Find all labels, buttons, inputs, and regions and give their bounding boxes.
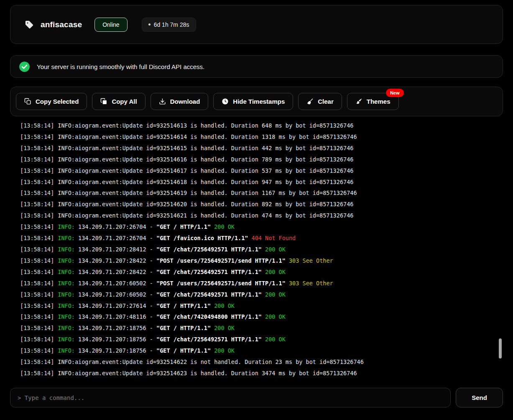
download-button[interactable]: Download xyxy=(151,93,209,110)
log-text: INFO:aiogram.event:Update id=932514622 i… xyxy=(58,359,364,365)
log-line[interactable]: [13:58:14]INFO:aiogram.event:Update id=9… xyxy=(20,120,497,131)
log-text: INFO:aiogram.event:Update id=932514616 i… xyxy=(58,156,353,163)
log-line[interactable]: [13:58:14]INFO: 134.209.71.207:26704 - "… xyxy=(20,233,497,244)
log-line[interactable]: [13:58:14]INFO:aiogram.event:Update id=9… xyxy=(20,131,497,143)
log-timestamp: [13:58:14] xyxy=(20,257,54,264)
log-text: "GET /chat/7256492571 HTTP/1.1" xyxy=(156,336,262,343)
log-text: "GET /chat/7256492571 HTTP/1.1" xyxy=(156,269,262,275)
log-timestamp: [13:58:14] xyxy=(20,359,54,365)
log-text: INFO: xyxy=(58,302,75,309)
log-text: INFO:aiogram.event:Update id=932514621 i… xyxy=(58,212,353,219)
log-text: INFO:aiogram.event:Update id=932514619 i… xyxy=(58,190,357,196)
log-timestamp: [13:58:14] xyxy=(20,302,54,309)
log-text: 134.209.71.207:18756 - xyxy=(75,347,156,354)
scrollbar-thumb[interactable] xyxy=(499,338,502,359)
toolbar-button-label: Copy Selected xyxy=(36,98,79,105)
log-text: 200 OK xyxy=(262,291,286,298)
log-text: "POST /users/7256492571/send HTTP/1.1" xyxy=(156,257,286,264)
log-line[interactable]: [13:58:14]INFO: 134.209.71.207:27614 - "… xyxy=(20,300,497,312)
log-timestamp: [13:58:14] xyxy=(20,122,54,129)
log-line[interactable]: [13:58:14]INFO: 134.209.71.207:18756 - "… xyxy=(20,334,497,345)
log-text: INFO: xyxy=(58,313,75,320)
console-output: [13:58:14]INFO:aiogram.event:Update id=9… xyxy=(10,119,503,383)
log-text: 404 Not Found xyxy=(248,235,296,241)
console-lines: [13:58:14]INFO:aiogram.event:Update id=9… xyxy=(20,120,497,379)
log-line[interactable]: [13:58:14]INFO: 134.209.71.207:26704 - "… xyxy=(20,221,497,233)
log-line[interactable]: [13:58:14]INFO: 134.209.71.207:60502 - "… xyxy=(20,278,497,289)
log-text: 134.209.71.207:60502 - xyxy=(75,280,156,287)
tag-icon xyxy=(25,20,34,29)
log-text: 200 OK xyxy=(211,302,235,309)
log-text: "GET / HTTP/1.1" xyxy=(156,223,211,230)
log-line[interactable]: [13:58:14]INFO:aiogram.event:Update id=9… xyxy=(20,143,497,154)
log-text: 134.209.71.207:18756 - xyxy=(75,325,156,331)
send-button[interactable]: Send xyxy=(456,388,503,407)
banner-message: Your server is running smoothly with ful… xyxy=(37,63,204,70)
check-circle-icon xyxy=(19,61,30,72)
log-text: 200 OK xyxy=(262,336,286,343)
log-line[interactable]: [13:58:14]INFO:aiogram.event:Update id=9… xyxy=(20,210,497,221)
log-line[interactable]: [13:58:14]INFO:aiogram.event:Update id=9… xyxy=(20,177,497,188)
download-icon xyxy=(159,98,166,105)
log-text: "GET /favicon.ico HTTP/1.1" xyxy=(156,235,248,241)
log-text: INFO:aiogram.event:Update id=932514618 i… xyxy=(58,179,353,185)
command-input[interactable] xyxy=(10,388,451,407)
uptime-dot-icon xyxy=(148,23,151,26)
log-line[interactable]: [13:58:14]INFO: 134.209.71.207:60502 - "… xyxy=(20,289,497,300)
log-text: INFO: xyxy=(58,336,75,343)
log-text: 134.209.71.207:26704 - xyxy=(75,223,156,230)
log-text: INFO: xyxy=(58,223,75,230)
log-timestamp: [13:58:14] xyxy=(20,145,54,151)
toolbar-button-label: Copy All xyxy=(112,98,137,105)
log-text: 200 OK xyxy=(211,325,235,331)
log-timestamp: [13:58:14] xyxy=(20,325,54,331)
log-line[interactable]: [13:58:14]INFO: 134.209.71.207:28412 - "… xyxy=(20,244,497,255)
server-header: anfisacase Online 6d 1h 7m 28s xyxy=(10,5,503,44)
log-line[interactable]: [13:58:14]INFO: 134.209.71.207:18756 - "… xyxy=(20,345,497,356)
themes-button[interactable]: ThemesNew xyxy=(347,93,399,110)
log-text: INFO:aiogram.event:Update id=932514617 i… xyxy=(58,167,353,174)
log-line[interactable]: [13:58:14]INFO:aiogram.event:Update id=9… xyxy=(20,199,497,210)
copy-all-button[interactable]: Copy All xyxy=(92,93,145,110)
log-line[interactable]: [13:58:14]INFO: 134.209.71.207:48116 - "… xyxy=(20,311,497,323)
log-timestamp: [13:58:14] xyxy=(20,280,54,287)
log-text: INFO: xyxy=(58,269,75,275)
log-text: 134.209.71.207:28422 - xyxy=(75,257,156,264)
log-timestamp: [13:58:14] xyxy=(20,190,54,196)
log-line[interactable]: [13:58:14]INFO:aiogram.event:Update id=9… xyxy=(20,187,497,199)
log-line[interactable]: [13:58:14]INFO:aiogram.event:Update id=9… xyxy=(20,356,497,368)
log-timestamp: [13:58:14] xyxy=(20,246,54,253)
log-timestamp: [13:58:14] xyxy=(20,133,54,140)
copy-all-icon xyxy=(100,98,107,105)
log-text: 200 OK xyxy=(262,269,286,275)
log-line[interactable]: [13:58:14]INFO:aiogram.event:Update id=9… xyxy=(20,368,497,379)
log-timestamp: [13:58:14] xyxy=(20,179,54,185)
log-timestamp: [13:58:14] xyxy=(20,167,54,174)
log-timestamp: [13:58:14] xyxy=(20,269,54,275)
log-text: 134.209.71.207:26704 - xyxy=(75,235,156,241)
hide-timestamps-button[interactable]: Hide Timestamps xyxy=(213,93,293,110)
log-text: INFO: xyxy=(58,235,75,241)
new-badge: New xyxy=(386,89,404,97)
log-line[interactable]: [13:58:14]INFO: 134.209.71.207:28422 - "… xyxy=(20,255,497,266)
log-text: INFO:aiogram.event:Update id=932514615 i… xyxy=(58,145,353,151)
log-text: INFO: xyxy=(58,257,75,264)
log-text: "POST /users/7256492571/send HTTP/1.1" xyxy=(156,280,286,287)
log-timestamp: [13:58:14] xyxy=(20,347,54,354)
log-line[interactable]: [13:58:14]INFO: 134.209.71.207:18756 - "… xyxy=(20,323,497,334)
log-line[interactable]: [13:58:14]INFO: 134.209.71.207:28422 - "… xyxy=(20,266,497,278)
log-line[interactable]: [13:58:14]INFO:aiogram.event:Update id=9… xyxy=(20,165,497,177)
toolbar-button-label: Hide Timestamps xyxy=(233,98,285,105)
log-text: INFO: xyxy=(58,291,75,298)
log-line[interactable]: [13:58:14]INFO:aiogram.event:Update id=9… xyxy=(20,154,497,165)
log-text: 303 See Other xyxy=(286,257,333,264)
clear-button[interactable]: Clear xyxy=(298,93,342,110)
log-text: INFO: xyxy=(58,280,75,287)
command-bar: Send xyxy=(10,388,503,407)
brush-icon xyxy=(355,98,362,105)
status-banner: Your server is running smoothly with ful… xyxy=(10,55,503,78)
log-text: "GET /chat/7256492571 HTTP/1.1" xyxy=(156,246,262,253)
log-text: "GET / HTTP/1.1" xyxy=(156,302,211,309)
copy-selected-button[interactable]: Copy Selected xyxy=(16,93,87,110)
server-name: anfisacase xyxy=(41,20,82,29)
